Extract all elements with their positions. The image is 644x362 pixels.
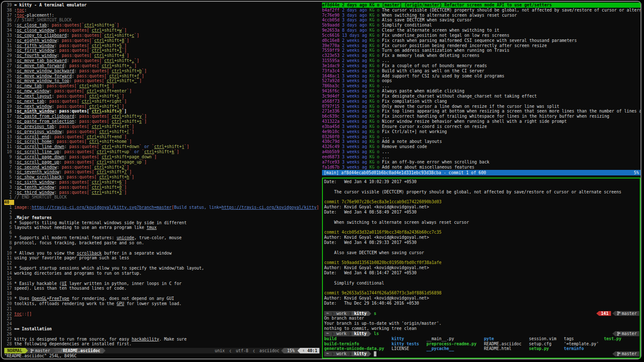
vim-line[interactable]: 6:sc_seventh_window: pass:quotes[`ctrl+s… [4,169,319,175]
tig-commit-row[interactable]: 03260f0 3 weeks ag KG o ... [322,134,641,139]
vim-line[interactable]: 12 [4,261,319,266]
vim-line[interactable]: 2 [4,210,319,215]
vim-line[interactable]: 10:sc_scroll_line_up: pass:quotes[`ctrl+… [4,149,319,154]
vim-line[interactable]: 2:sc_third_window: pass:quotes[`ctrl+shi… [4,190,319,195]
shell-window[interactable]: Date: Wed Jan 4 10:02:39 2017 +0530The c… [322,178,641,359]
vim-line[interactable]: 33:sc_copy_to_clipboard: pass:quotes[`ct… [4,33,319,38]
tig-commit-row[interactable]: 39e770a 2 weeks ag KG o Fix cursor posit… [322,43,641,48]
vim-line[interactable]: 8:sc_scroll_page_up: pass:quotes[`ctrl+s… [4,160,319,165]
tig-commit-row[interactable]: a4bb5b9 3 weeks ag KG o ... [322,149,641,154]
vim-line[interactable]: 11using your favorite pager program such… [4,255,319,261]
vim-line[interactable]: 1image::https://travis-ci.org/kovidgoyal… [4,205,319,210]
vim-line[interactable]: 9 [4,246,319,251]
vim-line[interactable]: 36// START_SHORTCUT_BLOCK [4,18,319,23]
vim-line[interactable]: 7:sc_second_window: pass:quotes[`ctrl+sh… [4,165,319,170]
vim-line[interactable]: 20:sc_next_tab: pass:quotes[`ctrl+shift+… [4,99,319,104]
tig-commit-row[interactable]: 786ba3c 3 weeks ag KG o ... [322,83,641,89]
vim-line[interactable]: 10* Allows you to view the scrollback bu… [4,251,319,256]
vim-line[interactable]: 4:sc_sixth_window: pass:quotes[`ctrl+shi… [4,180,319,185]
vim-line[interactable]: 7* Supports all modern terminal features… [4,235,319,240]
vim-line[interactable]: 31:sc_fifth_window: pass:quotes[`ctrl+sh… [4,43,319,48]
vim-line[interactable]: 39= kitty - A terminal emulator [4,3,319,8]
tig-commit-row[interactable]: 9e2653a 8 days ago KG o Clear the altern… [322,28,641,33]
vim-line[interactable]: 15:sc_previous_tab: pass:quotes[`ctrl+sh… [4,124,319,129]
shell-prompt[interactable]: ~❯work❯kittylsmaster [324,331,640,336]
vim-line[interactable]: 24 [4,321,319,326]
vim-line[interactable]: 6 [4,230,319,235]
tig-commit-row[interactable]: b4af2ff 2 days ago KG o The cursor visib… [322,8,641,13]
vim-line[interactable]: 30:sc_first_window: pass:quotes[`ctrl+sh… [4,48,319,53]
vim-buffer[interactable]: 39= kitty - A terminal emulator38:toc:37… [4,3,319,347]
vim-line[interactable]: 21 [4,306,319,312]
vim-line[interactable]: 29:sc_fourth_window: pass:quotes[`ctrl+s… [4,53,319,58]
vim-line[interactable]: 25:sc_move_window_forward: pass:quotes[`… [4,74,319,79]
tig-commit-row[interactable]: 3c9d4df 3 weeks ag KG o Fix designate_ch… [322,94,641,99]
vim-line[interactable]: 18:sc_ninth_window: pass:quotes[`ctrl+sh… [4,109,319,114]
vim-line[interactable]: 40 [4,200,319,205]
vim-line[interactable]: 1// END_SHORTCUT_BLOCK [4,195,319,200]
vim-line[interactable]: 14working directories and programs to ru… [4,271,319,276]
vim-line[interactable]: 17speed). Less than ten thousand lines o… [4,286,319,291]
shell-prompt[interactable]: ~❯work❯kittymaster [324,351,640,356]
vim-line[interactable]: 4* Supports tiling multiple terminal win… [4,220,319,226]
terminal-cursor[interactable] [374,351,376,356]
shell-prompt[interactable]: ~❯work❯kittys141master [324,311,640,316]
shell-scrollback[interactable]: Date: Wed Jan 4 10:02:39 2017 +0530The c… [324,179,640,356]
vim-line[interactable]: 16:sc_paste_from_selection: pass:quotes[… [4,119,319,124]
vim-line[interactable]: 5:sc_show_scrollback: pass:quotes[`ctrl+… [4,175,319,180]
vim-line[interactable]: 16* Easily hackable (UI layer written in… [4,281,319,286]
vim-line[interactable]: 32:sc_eighth_window: pass:quotes[`ctrl+s… [4,38,319,43]
vim-line[interactable]: 8protocol, focus tracking, bracketed pas… [4,240,319,246]
vim-line[interactable]: 24:sc_move_window_to_top: pass:quotes[`c… [4,78,319,83]
vim-line[interactable]: 23 [4,316,319,321]
tig-commit-row[interactable]: 527a92d 3 weeks ag KG o oops [322,78,641,83]
tig-commit-list[interactable]: af8d44e 2 days ago KG o [master] {origin… [322,3,641,169]
vim-line[interactable]: 5layouts without needing to use an extra… [4,225,319,230]
vim-line[interactable]: 26:sc_move_window_backward: pass:quotes[… [4,68,319,74]
vim-line[interactable]: 3.Major features [4,215,319,220]
vim-line[interactable]: 28the following dependencies are install… [4,341,319,347]
tig-commit-row[interactable]: c323e53 2 weeks ag KG o Fix a memory lea… [322,53,641,58]
vim-line[interactable]: 3:sc_tenth_window: pass:quotes[`ctrl+shi… [4,185,319,190]
vim-line[interactable]: 35:sc_close_tab: pass:quotes[`ctrl+shift… [4,23,319,28]
vim-line[interactable]: 13* Support startup sessions which allow… [4,266,319,271]
vim-line[interactable]: 12:sc_scroll_home: pass:quotes[`ctrl+shi… [4,139,319,144]
tig-commit-row[interactable]: b6c639c 3 weeks ag KG o Fix incorrect ha… [322,114,641,119]
vim-line[interactable]: 14:sc_previous_window: pass:quotes[`ctrl… [4,129,319,134]
vim-line[interactable]: 19:sc_next_window: pass:quotes[`ctrl+shi… [4,104,319,109]
tig-commit-row[interactable]: 1648ac1 3 weeks ag KG o Add support for … [322,74,641,79]
tig-commit-row[interactable]: 3e1dac9 2 weeks ag KG o Fix a couple of … [322,63,641,68]
tig-commit-row[interactable]: 271e336 3 weeks ag KG o Fix top lines ap… [322,109,641,114]
tig-commit-row[interactable]: 73fa3c4 2 weeks ag KG o Build with clang… [322,68,641,74]
tig-commit-row[interactable]: a568f73 3 weeks ag KG o Fix compilation … [322,99,641,104]
tig-commit-row[interactable]: 430c79d 3 weeks ag KG o Add a note about… [322,139,641,144]
tig-commit-row[interactable]: 4ccb05d 3 days ago KG o Also save DECTCE… [322,18,641,23]
vim-line[interactable]: 27kitty is designed to run from source, … [4,337,319,342]
tig-commit-row[interactable]: 7559ff9 2 weeks ag KG o Turn on address … [322,48,641,53]
tig-commit-row[interactable]: 5cc6616 13 days ag KG o Fix underline_po… [322,33,641,38]
tig-commit-row[interactable]: 4e9b10c 3 weeks ag KG o Fix Ctrl/alt+] n… [322,129,641,134]
vim-line[interactable]: 22toc::[] [4,312,319,317]
tig-commit-row[interactable]: 5b9aadd 3 days ago KG o Simplify conditi… [322,23,641,28]
tig-commit-row[interactable]: d0c16e8 2 weeks ag KG o Fix crash when p… [322,38,641,43]
vim-line[interactable]: 18 [4,291,319,296]
vim-line[interactable]: 11:sc_scroll_line_down: pass:quotes[`ctr… [4,144,319,149]
tig-commit-row[interactable]: 7c76e90 3 days ago KG o When switching t… [322,13,641,18]
vim-line[interactable]: 22:sc_new_window: pass:quotes[`ctrl+shif… [4,89,319,94]
vim-line[interactable]: 21:sc_next_layout: pass:quotes[`ctrl+shi… [4,94,319,99]
tig-commit-row[interactable]: af8d44e 2 days ago KG o [master] {origin… [322,3,641,8]
tig-commit-row[interactable]: e3ba45d 3 weeks ag KG o Ensure cursor x-… [322,124,641,129]
vim-line[interactable]: 15 [4,276,319,281]
vim-line[interactable]: 17:sc_paste_from_clipboard: pass:quotes[… [4,114,319,119]
tig-commit-row[interactable]: 315595a 2 weeks ag KG o ... [322,58,641,63]
tig-commit-row[interactable]: 0797f15 3 weeks ag KG o Only move the cu… [322,104,641,109]
tig-commit-row[interactable]: 9416f6c 3 weeks ag KG o Always paste whe… [322,89,641,94]
vim-window[interactable]: 39= kitty - A terminal emulator38:toc:37… [4,3,319,359]
vim-line[interactable]: 20toolkits, offloads rendering work to t… [4,301,319,306]
tig-commit-row[interactable]: fa1d67b 3 weeks ag KG o Add note about m… [322,165,641,170]
vim-line[interactable]: 28:sc_move_tab_backward: pass:quotes[`ct… [4,58,319,63]
tig-window[interactable]: af8d44e 2 days ago KG o [master] {origin… [322,3,641,175]
vim-line[interactable]: 27:sc_move_tab_forward: pass:quotes[`ctr… [4,63,319,68]
vim-line[interactable]: 26 [4,332,319,337]
vim-line[interactable]: 38:toc: [4,8,319,13]
